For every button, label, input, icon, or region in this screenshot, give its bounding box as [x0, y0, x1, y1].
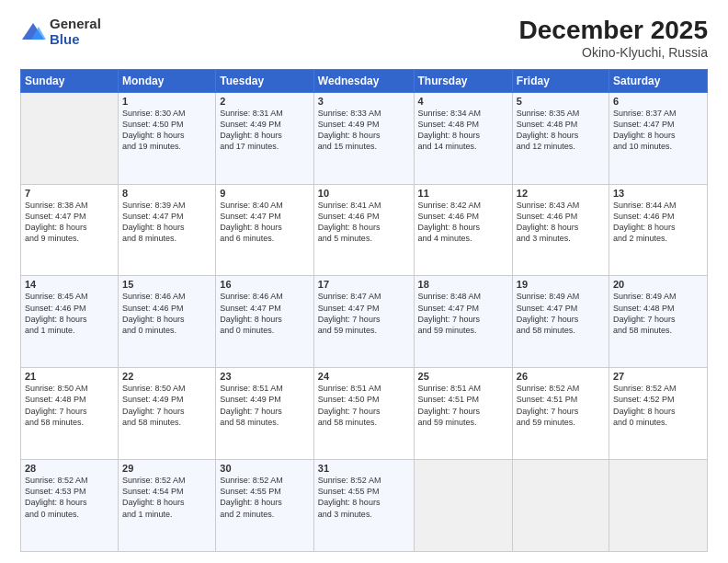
day-content: Sunrise: 8:31 AM Sunset: 4:49 PM Dayligh… — [220, 108, 310, 153]
day-number: 6 — [613, 96, 703, 107]
calendar-cell: 25Sunrise: 8:51 AM Sunset: 4:51 PM Dayli… — [414, 368, 512, 460]
weekday-header-saturday: Saturday — [609, 69, 708, 92]
day-number: 11 — [418, 188, 508, 199]
calendar-cell: 4Sunrise: 8:34 AM Sunset: 4:48 PM Daylig… — [414, 92, 512, 184]
day-number: 3 — [318, 96, 410, 107]
calendar-cell: 26Sunrise: 8:52 AM Sunset: 4:51 PM Dayli… — [512, 368, 609, 460]
day-number: 14 — [25, 279, 114, 290]
day-content: Sunrise: 8:48 AM Sunset: 4:47 PM Dayligh… — [418, 291, 508, 336]
weekday-header-tuesday: Tuesday — [216, 69, 314, 92]
day-content: Sunrise: 8:42 AM Sunset: 4:46 PM Dayligh… — [418, 200, 508, 245]
day-number: 23 — [220, 371, 310, 382]
calendar-cell: 17Sunrise: 8:47 AM Sunset: 4:47 PM Dayli… — [313, 276, 414, 368]
calendar-cell: 10Sunrise: 8:41 AM Sunset: 4:46 PM Dayli… — [313, 184, 414, 276]
weekday-header-monday: Monday — [119, 69, 216, 92]
day-content: Sunrise: 8:46 AM Sunset: 4:47 PM Dayligh… — [220, 291, 310, 336]
calendar-table: SundayMondayTuesdayWednesdayThursdayFrid… — [20, 69, 708, 552]
calendar-cell: 9Sunrise: 8:40 AM Sunset: 4:47 PM Daylig… — [216, 184, 314, 276]
logo-general-label: General — [50, 17, 101, 32]
day-content: Sunrise: 8:52 AM Sunset: 4:52 PM Dayligh… — [613, 383, 703, 428]
day-number: 22 — [122, 371, 211, 382]
logo-icon — [20, 19, 46, 45]
calendar-cell: 15Sunrise: 8:46 AM Sunset: 4:46 PM Dayli… — [119, 276, 216, 368]
weekday-header-thursday: Thursday — [414, 69, 512, 92]
day-number: 10 — [318, 188, 410, 199]
day-number: 30 — [220, 463, 310, 474]
weekday-header-row: SundayMondayTuesdayWednesdayThursdayFrid… — [21, 69, 708, 92]
day-content: Sunrise: 8:39 AM Sunset: 4:47 PM Dayligh… — [122, 200, 211, 245]
calendar-cell: 22Sunrise: 8:50 AM Sunset: 4:49 PM Dayli… — [119, 368, 216, 460]
day-content: Sunrise: 8:41 AM Sunset: 4:46 PM Dayligh… — [318, 200, 410, 245]
header: General Blue December 2025 Okino-Klyuchi… — [20, 17, 708, 60]
day-number: 29 — [122, 463, 211, 474]
calendar-cell — [609, 460, 708, 552]
calendar-week-row: 1Sunrise: 8:30 AM Sunset: 4:50 PM Daylig… — [21, 92, 708, 184]
calendar-cell: 30Sunrise: 8:52 AM Sunset: 4:55 PM Dayli… — [216, 460, 314, 552]
day-number: 25 — [418, 371, 508, 382]
day-content: Sunrise: 8:38 AM Sunset: 4:47 PM Dayligh… — [25, 200, 114, 245]
day-number: 26 — [517, 371, 605, 382]
calendar-cell: 1Sunrise: 8:30 AM Sunset: 4:50 PM Daylig… — [119, 92, 216, 184]
day-number: 17 — [318, 279, 410, 290]
day-number: 2 — [220, 96, 310, 107]
calendar-cell: 18Sunrise: 8:48 AM Sunset: 4:47 PM Dayli… — [414, 276, 512, 368]
day-content: Sunrise: 8:33 AM Sunset: 4:49 PM Dayligh… — [318, 108, 410, 153]
day-content: Sunrise: 8:51 AM Sunset: 4:51 PM Dayligh… — [418, 383, 508, 428]
weekday-header-friday: Friday — [512, 69, 609, 92]
day-number: 16 — [220, 279, 310, 290]
calendar-cell: 27Sunrise: 8:52 AM Sunset: 4:52 PM Dayli… — [609, 368, 708, 460]
day-number: 7 — [25, 188, 114, 199]
day-number: 20 — [613, 279, 703, 290]
logo: General Blue — [20, 17, 101, 47]
day-content: Sunrise: 8:46 AM Sunset: 4:46 PM Dayligh… — [122, 291, 211, 336]
calendar-cell: 12Sunrise: 8:43 AM Sunset: 4:46 PM Dayli… — [512, 184, 609, 276]
day-number: 1 — [122, 96, 211, 107]
calendar-cell — [21, 92, 119, 184]
calendar-cell: 23Sunrise: 8:51 AM Sunset: 4:49 PM Dayli… — [216, 368, 314, 460]
day-number: 24 — [318, 371, 410, 382]
page: General Blue December 2025 Okino-Klyuchi… — [0, 0, 728, 563]
day-number: 13 — [613, 188, 703, 199]
day-content: Sunrise: 8:37 AM Sunset: 4:47 PM Dayligh… — [613, 108, 703, 153]
calendar-cell: 16Sunrise: 8:46 AM Sunset: 4:47 PM Dayli… — [216, 276, 314, 368]
day-content: Sunrise: 8:52 AM Sunset: 4:55 PM Dayligh… — [220, 475, 310, 520]
calendar-week-row: 7Sunrise: 8:38 AM Sunset: 4:47 PM Daylig… — [21, 184, 708, 276]
day-number: 19 — [517, 279, 605, 290]
calendar-cell: 19Sunrise: 8:49 AM Sunset: 4:47 PM Dayli… — [512, 276, 609, 368]
calendar-cell: 7Sunrise: 8:38 AM Sunset: 4:47 PM Daylig… — [21, 184, 119, 276]
day-content: Sunrise: 8:45 AM Sunset: 4:46 PM Dayligh… — [25, 291, 114, 336]
calendar-cell: 21Sunrise: 8:50 AM Sunset: 4:48 PM Dayli… — [21, 368, 119, 460]
day-content: Sunrise: 8:49 AM Sunset: 4:47 PM Dayligh… — [517, 291, 605, 336]
day-content: Sunrise: 8:52 AM Sunset: 4:55 PM Dayligh… — [318, 475, 410, 520]
title-block: December 2025 Okino-Klyuchi, Russia — [519, 17, 708, 60]
day-content: Sunrise: 8:35 AM Sunset: 4:48 PM Dayligh… — [517, 108, 605, 153]
day-number: 18 — [418, 279, 508, 290]
day-number: 8 — [122, 188, 211, 199]
day-number: 15 — [122, 279, 211, 290]
day-content: Sunrise: 8:50 AM Sunset: 4:49 PM Dayligh… — [122, 383, 211, 428]
calendar-cell: 14Sunrise: 8:45 AM Sunset: 4:46 PM Dayli… — [21, 276, 119, 368]
day-content: Sunrise: 8:40 AM Sunset: 4:47 PM Dayligh… — [220, 200, 310, 245]
day-content: Sunrise: 8:52 AM Sunset: 4:54 PM Dayligh… — [122, 475, 211, 520]
month-title: December 2025 — [519, 17, 708, 45]
day-content: Sunrise: 8:52 AM Sunset: 4:51 PM Dayligh… — [517, 383, 605, 428]
logo-blue-label: Blue — [50, 32, 101, 48]
calendar-cell: 11Sunrise: 8:42 AM Sunset: 4:46 PM Dayli… — [414, 184, 512, 276]
calendar-week-row: 21Sunrise: 8:50 AM Sunset: 4:48 PM Dayli… — [21, 368, 708, 460]
calendar-cell: 13Sunrise: 8:44 AM Sunset: 4:46 PM Dayli… — [609, 184, 708, 276]
day-content: Sunrise: 8:47 AM Sunset: 4:47 PM Dayligh… — [318, 291, 410, 336]
day-content: Sunrise: 8:51 AM Sunset: 4:49 PM Dayligh… — [220, 383, 310, 428]
calendar-cell: 2Sunrise: 8:31 AM Sunset: 4:49 PM Daylig… — [216, 92, 314, 184]
day-content: Sunrise: 8:49 AM Sunset: 4:48 PM Dayligh… — [613, 291, 703, 336]
day-number: 21 — [25, 371, 114, 382]
day-content: Sunrise: 8:44 AM Sunset: 4:46 PM Dayligh… — [613, 200, 703, 245]
calendar-cell: 3Sunrise: 8:33 AM Sunset: 4:49 PM Daylig… — [313, 92, 414, 184]
calendar-cell — [414, 460, 512, 552]
calendar-week-row: 14Sunrise: 8:45 AM Sunset: 4:46 PM Dayli… — [21, 276, 708, 368]
location: Okino-Klyuchi, Russia — [519, 45, 708, 60]
calendar-cell: 29Sunrise: 8:52 AM Sunset: 4:54 PM Dayli… — [119, 460, 216, 552]
day-number: 28 — [25, 463, 114, 474]
day-content: Sunrise: 8:52 AM Sunset: 4:53 PM Dayligh… — [25, 475, 114, 520]
day-content: Sunrise: 8:50 AM Sunset: 4:48 PM Dayligh… — [25, 383, 114, 428]
calendar-cell: 31Sunrise: 8:52 AM Sunset: 4:55 PM Dayli… — [313, 460, 414, 552]
